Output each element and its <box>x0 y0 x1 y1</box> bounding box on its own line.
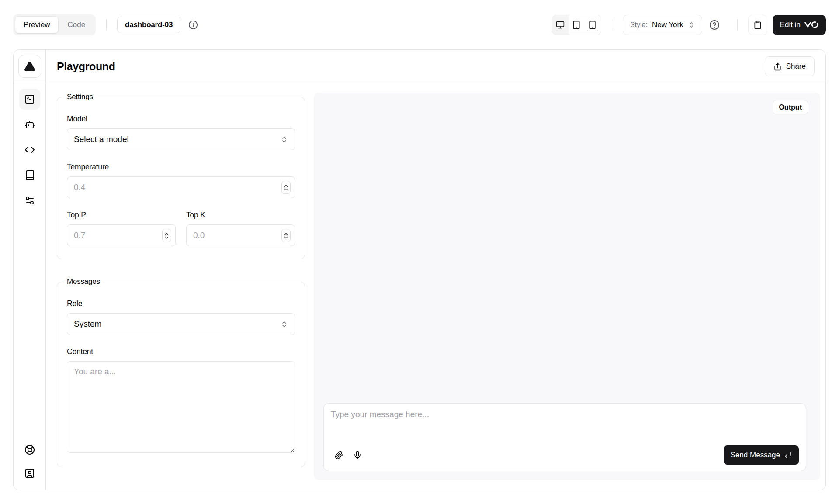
clipboard-icon[interactable] <box>748 15 767 35</box>
top-p-k-row: Top P Top K <box>67 211 295 246</box>
code-icon[interactable] <box>19 139 40 160</box>
edit-in-v0-label: Edit in <box>780 21 801 29</box>
tab-code[interactable]: Code <box>59 17 94 33</box>
v0-logo-icon <box>804 21 818 28</box>
message-input[interactable] <box>331 410 799 443</box>
view-tab-group: Preview Code <box>13 14 96 35</box>
style-select-value: New York <box>652 21 683 29</box>
toolbar-separator <box>106 19 107 31</box>
toolbar-separator <box>612 19 612 31</box>
chevrons-up-down-icon <box>281 321 288 328</box>
top-p-input[interactable] <box>67 224 176 246</box>
top-k-field: Top K <box>186 211 295 246</box>
sidebar-nav <box>19 83 40 211</box>
messages-legend: Messages <box>64 277 103 286</box>
send-message-button[interactable]: Send Message <box>724 445 799 465</box>
temperature-stepper[interactable] <box>281 181 291 194</box>
chevrons-up-down-icon <box>281 136 288 143</box>
main-area: Playground Share Settings Model Select a… <box>46 50 825 490</box>
message-composer: Send Message <box>323 403 806 471</box>
top-p-field: Top P <box>67 211 176 246</box>
toolbar-right-group: Style: New York Edit in <box>552 15 826 35</box>
style-select-label: Style: <box>630 21 648 29</box>
sidebar-bottom-nav <box>19 434 40 490</box>
page-title: Playground <box>57 60 115 73</box>
page-header: Playground Share <box>46 50 825 83</box>
share-icon <box>773 62 782 71</box>
content-textarea[interactable] <box>67 361 295 453</box>
chevrons-up-down-icon <box>688 21 695 28</box>
life-buoy-icon[interactable] <box>19 439 40 460</box>
content-field: Content <box>67 347 295 455</box>
messages-fieldset: Messages Role System Content <box>57 277 305 467</box>
top-k-input[interactable] <box>186 224 295 246</box>
help-circle-icon[interactable] <box>709 20 720 30</box>
toolbar-separator <box>737 19 738 31</box>
temperature-field: Temperature <box>67 162 295 198</box>
corner-down-left-icon <box>784 451 792 459</box>
paperclip-icon[interactable] <box>331 447 347 463</box>
composer-actions: Send Message <box>331 443 799 465</box>
triangle-logo-icon[interactable] <box>18 55 41 78</box>
style-select[interactable]: Style: New York <box>623 15 702 35</box>
role-label: Role <box>67 299 295 308</box>
sidebar-logo-cell <box>14 50 45 83</box>
send-message-label: Send Message <box>731 451 780 459</box>
temperature-label: Temperature <box>67 162 295 172</box>
playground-content: Settings Model Select a model Temperatur… <box>46 83 825 490</box>
output-badge: Output <box>773 100 808 114</box>
settings-legend: Settings <box>64 93 96 101</box>
model-field: Model Select a model <box>67 114 295 150</box>
model-select[interactable]: Select a model <box>67 128 295 150</box>
tablet-icon[interactable] <box>569 15 585 35</box>
role-select-value: System <box>74 319 101 329</box>
settings-sliders-icon[interactable] <box>19 190 40 211</box>
top-p-stepper[interactable] <box>162 229 171 242</box>
sidebar <box>14 50 46 490</box>
monitor-icon[interactable] <box>552 15 569 35</box>
role-select[interactable]: System <box>67 313 295 335</box>
top-k-stepper[interactable] <box>281 229 291 242</box>
edit-in-v0-button[interactable]: Edit in <box>773 15 826 35</box>
square-terminal-icon[interactable] <box>19 89 40 110</box>
info-icon[interactable] <box>188 20 198 30</box>
tab-preview[interactable]: Preview <box>15 17 58 33</box>
block-name-badge[interactable]: dashboard-03 <box>117 17 180 33</box>
content-label: Content <box>67 347 295 356</box>
temperature-input[interactable] <box>67 176 295 198</box>
share-button[interactable]: Share <box>765 56 815 76</box>
device-toggle-group <box>552 15 601 35</box>
top-toolbar: Preview Code dashboard-03 Style: New Yor… <box>0 0 839 49</box>
playground-app-card: Playground Share Settings Model Select a… <box>13 49 826 490</box>
top-k-label: Top K <box>186 211 295 220</box>
share-button-label: Share <box>786 62 806 71</box>
role-field: Role System <box>67 299 295 335</box>
settings-fieldset: Settings Model Select a model Temperatur… <box>57 93 305 259</box>
bot-icon[interactable] <box>19 114 40 135</box>
square-user-icon[interactable] <box>19 463 40 484</box>
mic-icon[interactable] <box>349 447 366 463</box>
model-select-value: Select a model <box>74 135 129 144</box>
output-panel: Output Send Message <box>314 93 820 480</box>
settings-form: Settings Model Select a model Temperatur… <box>57 93 305 480</box>
book-icon[interactable] <box>19 165 40 186</box>
model-label: Model <box>67 114 295 124</box>
top-p-label: Top P <box>67 211 176 220</box>
smartphone-icon[interactable] <box>585 15 601 35</box>
